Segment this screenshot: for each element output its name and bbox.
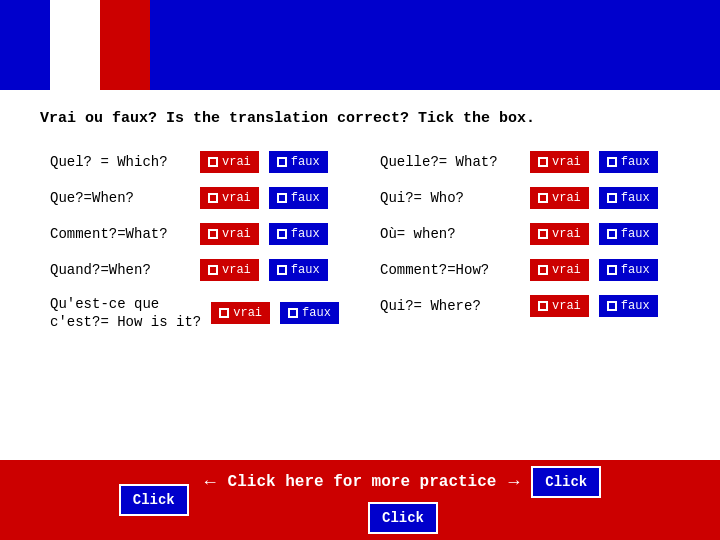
bottom-click-row: Click xyxy=(368,502,438,534)
french-flag xyxy=(0,0,150,90)
arrow-left-icon: ← xyxy=(205,472,216,492)
table-row: Quel? = Which? vrai faux xyxy=(50,151,340,173)
question-label: Qui?= Who? xyxy=(380,190,520,206)
table-row: Que?=When? vrai faux xyxy=(50,187,340,209)
checkbox-icon xyxy=(607,265,617,275)
question-label: Que?=When? xyxy=(50,190,190,206)
vrai-button[interactable]: vrai xyxy=(200,259,259,281)
faux-button[interactable]: faux xyxy=(269,259,328,281)
checkbox-icon xyxy=(219,308,229,318)
arrow-right-icon: → xyxy=(508,472,519,492)
faux-button[interactable]: faux xyxy=(280,302,339,324)
question-label: Comment?=How? xyxy=(380,262,520,278)
questions-area: Quel? = Which? vrai faux Que?=When? vrai… xyxy=(40,151,680,335)
flag-white xyxy=(50,0,100,90)
click-bottom-button[interactable]: Click xyxy=(368,502,438,534)
flag-red xyxy=(100,0,150,90)
left-column: Quel? = Which? vrai faux Que?=When? vrai… xyxy=(50,151,340,335)
table-row: Quelle?= What? vrai faux xyxy=(380,151,670,173)
checkbox-icon xyxy=(607,157,617,167)
table-row: Comment?=How? vrai faux xyxy=(380,259,670,281)
question-label: Où= when? xyxy=(380,226,520,242)
question-label: Quel? = Which? xyxy=(50,154,190,170)
click-left-button[interactable]: Click xyxy=(119,484,189,516)
table-row: Où= when? vrai faux xyxy=(380,223,670,245)
checkbox-icon xyxy=(208,193,218,203)
click-right-button[interactable]: Click xyxy=(531,466,601,498)
vrai-button[interactable]: vrai xyxy=(530,223,589,245)
table-row: Qu'est-ce quec'est?= How is it? vrai fau… xyxy=(50,295,340,331)
checkbox-icon xyxy=(277,229,287,239)
checkbox-icon xyxy=(538,157,548,167)
main-content: Vrai ou faux? Is the translation correct… xyxy=(0,90,720,355)
vrai-button[interactable]: vrai xyxy=(200,151,259,173)
instruction-text: Vrai ou faux? Is the translation correct… xyxy=(40,110,680,127)
bottom-text-area: ← Click here for more practice → Click C… xyxy=(205,466,601,534)
checkbox-icon xyxy=(208,157,218,167)
faux-button[interactable]: faux xyxy=(269,151,328,173)
checkbox-icon xyxy=(277,157,287,167)
center-text: Click here for more practice xyxy=(228,473,497,491)
faux-button[interactable]: faux xyxy=(599,223,658,245)
checkbox-icon xyxy=(208,229,218,239)
vrai-button[interactable]: vrai xyxy=(200,223,259,245)
table-row: Quand?=When? vrai faux xyxy=(50,259,340,281)
faux-button[interactable]: faux xyxy=(599,151,658,173)
question-label: Comment?=What? xyxy=(50,226,190,242)
checkbox-icon xyxy=(208,265,218,275)
question-label: Quand?=When? xyxy=(50,262,190,278)
question-label: Qu'est-ce quec'est?= How is it? xyxy=(50,295,201,331)
checkbox-icon xyxy=(607,193,617,203)
checkbox-icon xyxy=(538,193,548,203)
checkbox-icon xyxy=(538,265,548,275)
bottom-bar: Click ← Click here for more practice → C… xyxy=(0,460,720,540)
question-label: Qui?= Where? xyxy=(380,298,520,314)
vrai-button[interactable]: vrai xyxy=(530,295,589,317)
checkbox-icon xyxy=(607,229,617,239)
checkbox-icon xyxy=(277,265,287,275)
right-column: Quelle?= What? vrai faux Qui?= Who? vrai… xyxy=(380,151,670,335)
table-row: Qui?= Where? vrai faux xyxy=(380,295,670,317)
vrai-button[interactable]: vrai xyxy=(530,187,589,209)
checkbox-icon xyxy=(607,301,617,311)
vrai-button[interactable]: vrai xyxy=(200,187,259,209)
checkbox-icon xyxy=(538,229,548,239)
faux-button[interactable]: faux xyxy=(599,259,658,281)
faux-button[interactable]: faux xyxy=(599,187,658,209)
checkbox-icon xyxy=(288,308,298,318)
checkbox-icon xyxy=(538,301,548,311)
vrai-button[interactable]: vrai xyxy=(530,151,589,173)
question-label: Quelle?= What? xyxy=(380,154,520,170)
faux-button[interactable]: faux xyxy=(269,223,328,245)
header xyxy=(0,0,720,90)
top-row: ← Click here for more practice → Click xyxy=(205,466,601,498)
checkbox-icon xyxy=(277,193,287,203)
table-row: Qui?= Who? vrai faux xyxy=(380,187,670,209)
faux-button[interactable]: faux xyxy=(269,187,328,209)
table-row: Comment?=What? vrai faux xyxy=(50,223,340,245)
flag-blue xyxy=(0,0,50,90)
vrai-button[interactable]: vrai xyxy=(211,302,270,324)
faux-button[interactable]: faux xyxy=(599,295,658,317)
vrai-button[interactable]: vrai xyxy=(530,259,589,281)
